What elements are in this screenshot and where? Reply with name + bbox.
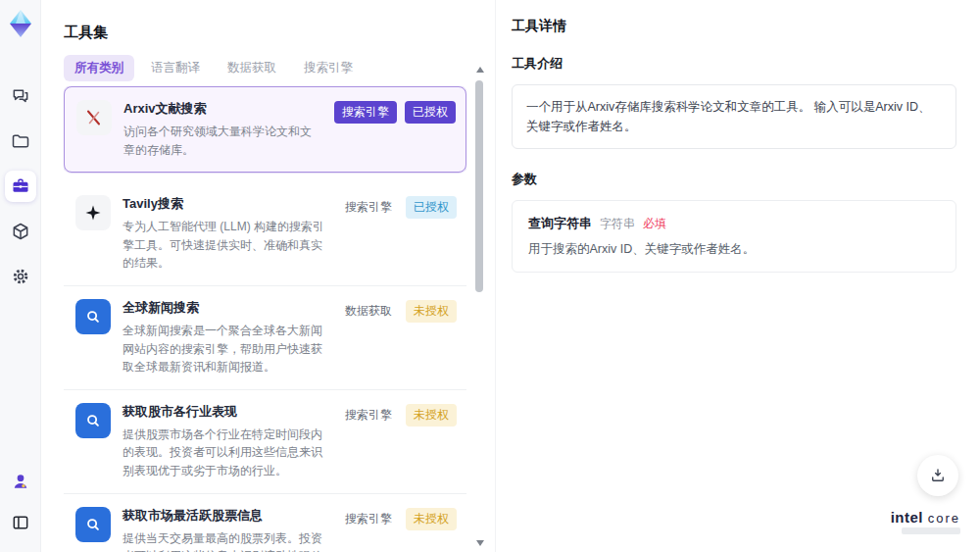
auth-status-badge: 未授权 bbox=[406, 300, 457, 323]
core-brand-text: core bbox=[928, 511, 960, 526]
auth-status-badge: 未授权 bbox=[406, 508, 457, 530]
settings-icon[interactable] bbox=[5, 261, 36, 292]
download-button[interactable] bbox=[917, 455, 958, 496]
tab-all-categories[interactable]: 所有类别 bbox=[64, 55, 134, 81]
category-badge: 数据获取 bbox=[339, 300, 398, 323]
param-name: 查询字符串 bbox=[528, 215, 592, 232]
category-badge: 搜索引擎 bbox=[339, 196, 398, 219]
tool-detail-panel: 工具详情 工具介绍 一个用于从Arxiv存储库搜索科学论文和文章的工具。 输入可… bbox=[495, 0, 980, 552]
cube-icon[interactable] bbox=[5, 216, 36, 247]
params-heading: 参数 bbox=[512, 171, 956, 188]
app-logo-icon bbox=[6, 8, 35, 39]
rail-bottom bbox=[5, 466, 36, 538]
scroll-up-arrow-icon[interactable] bbox=[476, 67, 484, 73]
tool-card-arxiv[interactable]: Arxiv文献搜索 访问各个研究领域大量科学论文和文章的存储库。 搜索引擎 已授… bbox=[64, 86, 466, 173]
tool-name: 获取市场最活跃股票信息 bbox=[122, 507, 327, 525]
tool-list: Arxiv文献搜索 访问各个研究领域大量科学论文和文章的存储库。 搜索引擎 已授… bbox=[64, 86, 466, 552]
tool-card-tavily[interactable]: Tavily搜索 专为人工智能代理 (LLM) 构建的搜索引擎工具。可快速提供实… bbox=[64, 182, 466, 286]
tavily-star-icon bbox=[75, 195, 111, 230]
param-required-flag: 必填 bbox=[643, 216, 666, 232]
tool-name: Tavily搜索 bbox=[122, 195, 327, 213]
tab-language-translation[interactable]: 语言翻译 bbox=[140, 55, 211, 81]
arxiv-icon bbox=[76, 100, 112, 135]
scrollbar-thumb[interactable] bbox=[475, 80, 483, 292]
chat-icon[interactable] bbox=[5, 80, 36, 112]
category-badge: 搜索引擎 bbox=[334, 101, 397, 124]
page-title: 工具集 bbox=[64, 24, 108, 42]
category-tabs: 所有类别 语言翻译 数据获取 搜索引擎 bbox=[64, 55, 364, 81]
rail-nav bbox=[5, 80, 36, 292]
intel-core-logo: intel core bbox=[891, 509, 960, 534]
tool-name: 全球新闻搜索 bbox=[122, 299, 327, 317]
stock-search-icon bbox=[75, 507, 111, 542]
toolbox-icon[interactable] bbox=[5, 171, 36, 202]
intel-logo-sub-mark bbox=[902, 527, 960, 534]
avatar-icon[interactable] bbox=[5, 466, 36, 497]
tab-data-acquisition[interactable]: 数据获取 bbox=[217, 55, 287, 81]
toolset-panel: 工具集 所有类别 语言翻译 数据获取 搜索引擎 Arxiv文献搜索 访问各个研究… bbox=[41, 0, 492, 552]
intro-text: 一个用于从Arxiv存储库搜索科学论文和文章的工具。 输入可以是Arxiv ID… bbox=[512, 84, 956, 149]
tool-desc: 专为人工智能代理 (LLM) 构建的搜索引擎工具。可快速提供实时、准确和真实的结… bbox=[122, 218, 327, 273]
intel-brand-text: intel bbox=[891, 509, 923, 526]
param-type: 字符串 bbox=[600, 216, 635, 232]
category-badge: 搜索引擎 bbox=[339, 508, 398, 530]
tool-name: 获取股市各行业表现 bbox=[122, 403, 327, 421]
tool-desc: 访问各个研究领域大量科学论文和文章的存储库。 bbox=[123, 123, 322, 159]
tool-card-most-active-stocks[interactable]: 获取市场最活跃股票信息 提供当天交易量最高的股票列表。投资者可以利用这些信息来识… bbox=[64, 494, 466, 552]
param-desc: 用于搜索的Arxiv ID、关键字或作者姓名。 bbox=[528, 241, 940, 258]
download-icon bbox=[929, 467, 947, 484]
auth-status-badge: 已授权 bbox=[405, 101, 456, 124]
auth-status-badge: 已授权 bbox=[406, 196, 457, 219]
stock-search-icon bbox=[75, 403, 111, 438]
news-search-icon bbox=[75, 299, 111, 334]
intro-heading: 工具介绍 bbox=[512, 55, 956, 73]
tool-card-global-news[interactable]: 全球新闻搜索 全球新闻搜索是一个聚合全球各大新闻网站内容的搜索引擎，帮助用户快速… bbox=[64, 286, 466, 390]
folder-icon[interactable] bbox=[5, 125, 36, 157]
category-badge: 搜索引擎 bbox=[339, 404, 398, 427]
detail-title: 工具详情 bbox=[512, 18, 956, 35]
list-scrollbar[interactable] bbox=[474, 67, 484, 546]
scroll-down-arrow-icon[interactable] bbox=[476, 540, 484, 546]
tool-desc: 全球新闻搜索是一个聚合全球各大新闻网站内容的搜索引擎，帮助用户快速获取全球最新资… bbox=[122, 322, 327, 376]
tool-name: Arxiv文献搜索 bbox=[123, 100, 322, 118]
tool-card-sector-performance[interactable]: 获取股市各行业表现 提供股票市场各个行业在特定时间段内的表现。投资者可以利用这些… bbox=[64, 390, 466, 494]
tool-desc: 提供股票市场各个行业在特定时间段内的表现。投资者可以利用这些信息来识别表现优于或… bbox=[122, 426, 327, 480]
param-item: 查询字符串 字符串 必填 用于搜索的Arxiv ID、关键字或作者姓名。 bbox=[512, 200, 956, 273]
tab-search-engine[interactable]: 搜索引擎 bbox=[293, 55, 364, 81]
panel-toggle-icon[interactable] bbox=[5, 507, 36, 538]
auth-status-badge: 未授权 bbox=[406, 404, 457, 427]
tool-desc: 提供当天交易量最高的股票列表。投资者可以利用这些信息来识别流动性强的股票和潜在的… bbox=[122, 529, 327, 552]
icon-rail bbox=[0, 0, 41, 552]
